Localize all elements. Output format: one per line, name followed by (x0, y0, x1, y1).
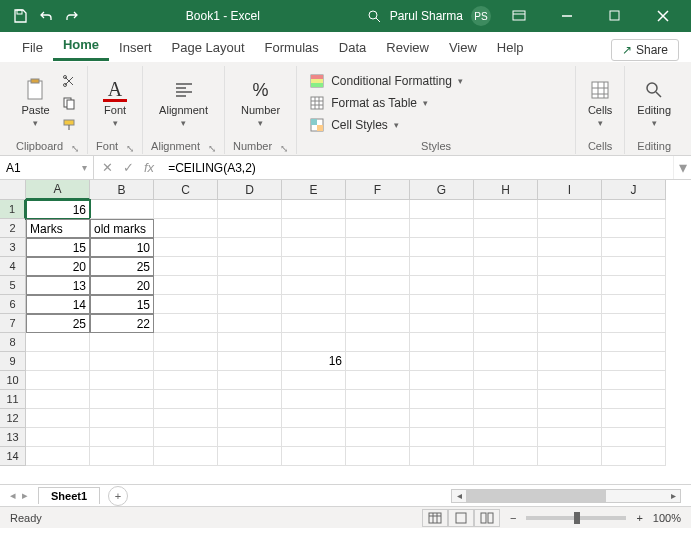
col-header[interactable]: H (474, 180, 538, 200)
row-header[interactable]: 14 (0, 447, 26, 466)
scrollbar-thumb[interactable] (466, 490, 606, 502)
cell[interactable] (90, 371, 154, 390)
cell-A5[interactable]: 13 (26, 276, 90, 295)
cell[interactable] (602, 295, 666, 314)
maximize-icon[interactable] (595, 0, 635, 32)
scroll-left-icon[interactable]: ◂ (452, 490, 466, 501)
cell[interactable] (346, 295, 410, 314)
cell[interactable] (282, 333, 346, 352)
cell[interactable] (602, 447, 666, 466)
sheet-next-icon[interactable]: ▸ (22, 489, 28, 502)
cell[interactable] (346, 219, 410, 238)
cells-button[interactable]: Cells ▾ (584, 74, 616, 132)
cell[interactable] (602, 257, 666, 276)
cell[interactable] (602, 314, 666, 333)
cell[interactable] (90, 447, 154, 466)
cell[interactable] (154, 371, 218, 390)
cell[interactable] (90, 409, 154, 428)
cell[interactable] (90, 333, 154, 352)
cell[interactable] (602, 428, 666, 447)
cell-B2[interactable]: old marks (90, 219, 154, 238)
normal-view-icon[interactable] (422, 509, 448, 527)
cell[interactable] (346, 352, 410, 371)
paste-button[interactable]: Paste ▾ (17, 74, 53, 132)
save-icon[interactable] (12, 8, 28, 24)
col-header[interactable]: I (538, 180, 602, 200)
dialog-launcher-icon[interactable]: ⤡ (126, 143, 134, 154)
cell[interactable] (218, 352, 282, 371)
cell[interactable] (474, 314, 538, 333)
cell[interactable] (154, 219, 218, 238)
col-header[interactable]: C (154, 180, 218, 200)
cell[interactable] (602, 219, 666, 238)
cell[interactable] (538, 428, 602, 447)
cell[interactable] (538, 390, 602, 409)
tab-file[interactable]: File (12, 34, 53, 61)
cell[interactable] (474, 276, 538, 295)
cell[interactable] (346, 314, 410, 333)
cell[interactable] (410, 428, 474, 447)
cell[interactable] (410, 200, 474, 219)
cancel-formula-icon[interactable]: ✕ (102, 160, 113, 175)
cell-A2[interactable]: Marks (26, 219, 90, 238)
row-header[interactable]: 5 (0, 276, 26, 295)
cell[interactable] (474, 219, 538, 238)
tab-home[interactable]: Home (53, 31, 109, 61)
cell[interactable] (218, 295, 282, 314)
row-header[interactable]: 11 (0, 390, 26, 409)
cell[interactable] (474, 371, 538, 390)
search-icon[interactable] (366, 8, 382, 24)
cell[interactable] (538, 276, 602, 295)
row-header[interactable]: 3 (0, 238, 26, 257)
cell[interactable] (90, 200, 154, 219)
close-icon[interactable] (643, 0, 683, 32)
cell[interactable] (26, 333, 90, 352)
cell[interactable] (154, 409, 218, 428)
cell[interactable] (154, 295, 218, 314)
cell[interactable] (410, 333, 474, 352)
cell[interactable] (474, 200, 538, 219)
cell[interactable] (154, 428, 218, 447)
cell[interactable] (154, 333, 218, 352)
cell[interactable] (346, 200, 410, 219)
enter-formula-icon[interactable]: ✓ (123, 160, 134, 175)
cell[interactable] (410, 276, 474, 295)
cell[interactable] (218, 428, 282, 447)
cell[interactable] (282, 390, 346, 409)
avatar[interactable]: PS (471, 6, 491, 26)
cell[interactable] (474, 409, 538, 428)
cell[interactable] (346, 257, 410, 276)
cell[interactable] (410, 447, 474, 466)
cell[interactable] (218, 390, 282, 409)
row-header[interactable]: 12 (0, 409, 26, 428)
cell-styles-button[interactable]: Cell Styles ▾ (305, 115, 403, 135)
dialog-launcher-icon[interactable]: ⤡ (280, 143, 288, 154)
format-painter-icon[interactable] (60, 116, 78, 134)
col-header[interactable]: B (90, 180, 154, 200)
cell[interactable] (538, 200, 602, 219)
cell[interactable] (282, 276, 346, 295)
cell[interactable] (154, 314, 218, 333)
cell-B5[interactable]: 20 (90, 276, 154, 295)
cell-B7[interactable]: 22 (90, 314, 154, 333)
cell[interactable] (602, 352, 666, 371)
cell[interactable] (538, 238, 602, 257)
expand-formula-icon[interactable]: ▾ (673, 156, 691, 179)
cell[interactable] (218, 333, 282, 352)
cell[interactable] (602, 409, 666, 428)
zoom-slider[interactable] (526, 516, 626, 520)
cell[interactable] (410, 314, 474, 333)
cell[interactable] (282, 295, 346, 314)
format-as-table-button[interactable]: Format as Table ▾ (305, 93, 432, 113)
cell[interactable] (346, 390, 410, 409)
cell[interactable] (538, 447, 602, 466)
cell[interactable] (154, 390, 218, 409)
cell[interactable] (410, 371, 474, 390)
cell[interactable] (602, 238, 666, 257)
cell[interactable] (474, 333, 538, 352)
cell-A1[interactable]: 16 (26, 200, 90, 219)
zoom-out-icon[interactable]: − (510, 512, 516, 524)
cell[interactable] (218, 371, 282, 390)
cell[interactable] (154, 200, 218, 219)
cell[interactable] (282, 314, 346, 333)
